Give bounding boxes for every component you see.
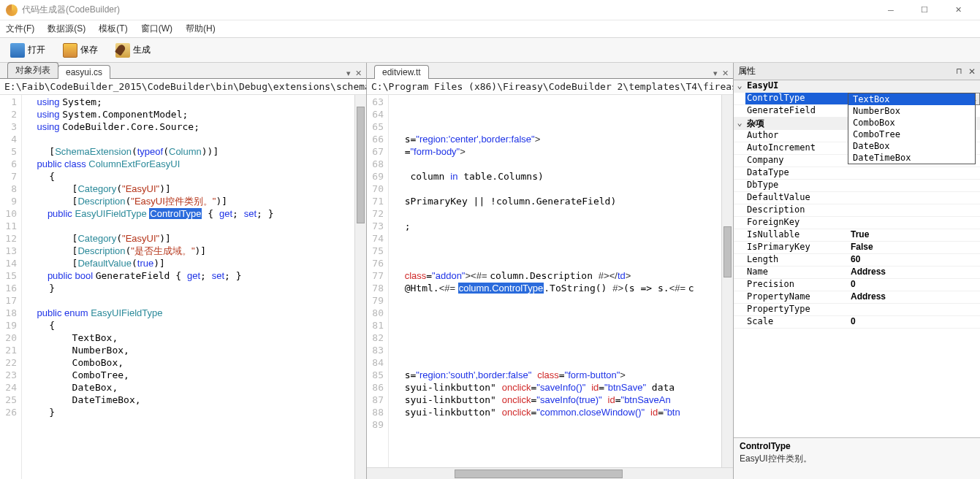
- property-row[interactable]: Description: [734, 204, 980, 217]
- panel-close-icon[interactable]: ✕: [968, 66, 976, 77]
- dropdown-option[interactable]: NumberBox: [848, 105, 975, 117]
- mid-pane: editview.tt ▾✕ C:\Program Files (x86)\Fi…: [367, 63, 734, 479]
- properties-pane: 属性 ⊓ ✕ ⌄EasyUIControlTypeTextBox⌄Generat…: [734, 63, 980, 479]
- left-vscrollbar[interactable]: [354, 95, 366, 479]
- left-editor[interactable]: 1 2 3 4 5 6 7 8 9 10 11 12 13 14 15 16 1…: [0, 95, 366, 479]
- controltype-dropdown[interactable]: TextBoxNumberBoxComboBoxComboTreeDateBox…: [848, 93, 976, 164]
- app-icon: [6, 4, 18, 16]
- tab-dropdown-icon[interactable]: ▾: [346, 69, 351, 78]
- left-path: E:\Faib\CodeBuilder_2015\CodeBuilder\bin…: [0, 79, 366, 95]
- property-row[interactable]: ForeignKey: [734, 217, 980, 229]
- property-description: ControlType EasyUI控件类别。: [734, 438, 980, 479]
- tab-editview-tt[interactable]: editview.tt: [374, 65, 429, 79]
- titlebar: 代码生成器(CodeBuilder) ─ ☐ ✕: [0, 0, 980, 20]
- toolbar: 打开 保存 生成: [0, 38, 980, 63]
- save-button[interactable]: 保存: [58, 42, 102, 59]
- property-row[interactable]: PropertyType: [734, 304, 980, 316]
- left-pane: 对象列表 easyui.cs ▾✕ E:\Faib\CodeBuilder_20…: [0, 63, 367, 479]
- mid-path: C:\Program Files (x86)\Fireasy\CodeBuild…: [367, 79, 733, 95]
- mid-editor[interactable]: 63 64 65 66 67 68 69 70 71 72 73 74 75 7…: [367, 95, 733, 467]
- property-row[interactable]: DbType: [734, 180, 980, 192]
- mid-vscrollbar[interactable]: [721, 95, 733, 467]
- menu-template[interactable]: 模板(T): [99, 23, 127, 35]
- tab-easyui-cs[interactable]: easyui.cs: [58, 65, 110, 79]
- property-row[interactable]: IsNullableTrue: [734, 229, 980, 242]
- build-icon: [115, 43, 130, 58]
- tab-close-icon[interactable]: ✕: [355, 69, 362, 78]
- property-row[interactable]: NameAddress: [734, 267, 980, 279]
- dropdown-option[interactable]: TextBox: [848, 93, 975, 105]
- dropdown-option[interactable]: ComboBox: [848, 117, 975, 129]
- open-button[interactable]: 打开: [6, 42, 50, 59]
- menu-help[interactable]: 帮助(H): [186, 23, 216, 35]
- tab-dropdown-icon[interactable]: ▾: [713, 69, 718, 78]
- window-title: 代码生成器(CodeBuilder): [22, 4, 875, 16]
- dropdown-option[interactable]: DateBox: [848, 140, 975, 152]
- minimize-button[interactable]: ─: [875, 1, 907, 20]
- property-row[interactable]: IsPrimaryKeyFalse: [734, 242, 980, 254]
- open-icon: [10, 43, 25, 58]
- maximize-button[interactable]: ☐: [908, 1, 941, 20]
- build-button[interactable]: 生成: [111, 42, 155, 59]
- property-row[interactable]: DataType: [734, 167, 980, 180]
- property-row[interactable]: DefaultValue: [734, 192, 980, 204]
- tab-close-icon[interactable]: ✕: [722, 69, 729, 78]
- close-button[interactable]: ✕: [942, 1, 974, 20]
- menu-datasource[interactable]: 数据源(S): [48, 23, 86, 35]
- tab-object-list[interactable]: 对象列表: [7, 62, 58, 78]
- menu-file[interactable]: 文件(F): [6, 23, 34, 35]
- property-row[interactable]: PropertyNameAddress: [734, 291, 980, 304]
- pin-icon[interactable]: ⊓: [956, 66, 962, 76]
- properties-title: 属性: [738, 65, 756, 77]
- property-row[interactable]: Precision0: [734, 279, 980, 291]
- property-row[interactable]: Scale0: [734, 316, 980, 329]
- menu-window[interactable]: 窗口(W): [141, 23, 172, 35]
- menubar: 文件(F) 数据源(S) 模板(T) 窗口(W) 帮助(H): [0, 20, 980, 38]
- dropdown-option[interactable]: ComboTree: [848, 129, 975, 140]
- property-category[interactable]: ⌄EasyUI: [734, 80, 980, 93]
- property-row[interactable]: Length60: [734, 254, 980, 267]
- property-grid[interactable]: ⌄EasyUIControlTypeTextBox⌄GenerateField⌄…: [734, 80, 980, 438]
- dropdown-option[interactable]: DateTimeBox: [848, 152, 975, 164]
- save-icon: [63, 43, 77, 58]
- mid-hscrollbar[interactable]: [367, 467, 733, 479]
